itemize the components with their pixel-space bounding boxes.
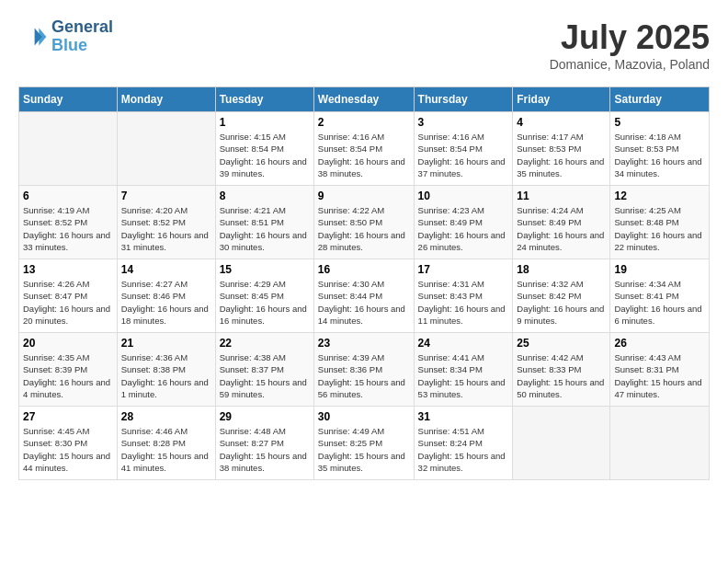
calendar-cell: 17Sunrise: 4:31 AM Sunset: 8:43 PM Dayli… xyxy=(414,259,513,333)
day-info: Sunrise: 4:25 AM Sunset: 8:48 PM Dayligh… xyxy=(614,204,705,253)
day-info: Sunrise: 4:17 AM Sunset: 8:53 PM Dayligh… xyxy=(517,131,606,179)
day-info: Sunrise: 4:42 AM Sunset: 8:33 PM Dayligh… xyxy=(517,351,606,400)
day-number: 27 xyxy=(23,410,113,423)
day-info: Sunrise: 4:29 AM Sunset: 8:45 PM Dayligh… xyxy=(220,278,310,327)
calendar-header: Sunday Monday Tuesday Wednesday Thursday… xyxy=(19,87,710,112)
day-info: Sunrise: 4:36 AM Sunset: 8:38 PM Dayligh… xyxy=(121,351,211,400)
logo-text: General Blue xyxy=(51,18,113,55)
page-header: General Blue July 2025 Domanice, Mazovia… xyxy=(18,18,710,72)
calendar-row: 13Sunrise: 4:26 AM Sunset: 8:47 PM Dayli… xyxy=(19,259,710,333)
calendar-cell xyxy=(513,407,610,480)
calendar-row: 27Sunrise: 4:45 AM Sunset: 8:30 PM Dayli… xyxy=(19,407,710,480)
col-saturday: Saturday xyxy=(610,87,710,112)
day-number: 18 xyxy=(517,263,606,276)
title-block: July 2025 Domanice, Mazovia, Poland xyxy=(550,18,710,72)
day-number: 25 xyxy=(517,337,606,350)
day-info: Sunrise: 4:35 AM Sunset: 8:39 PM Dayligh… xyxy=(23,351,113,400)
month-title: July 2025 xyxy=(550,18,710,57)
day-number: 13 xyxy=(23,263,113,276)
calendar-cell: 29Sunrise: 4:48 AM Sunset: 8:27 PM Dayli… xyxy=(215,407,313,480)
calendar-cell: 8Sunrise: 4:21 AM Sunset: 8:51 PM Daylig… xyxy=(215,186,313,259)
day-info: Sunrise: 4:22 AM Sunset: 8:50 PM Dayligh… xyxy=(318,204,410,253)
logo: General Blue xyxy=(18,18,113,55)
day-number: 8 xyxy=(220,190,310,202)
day-info: Sunrise: 4:51 AM Sunset: 8:24 PM Dayligh… xyxy=(418,425,509,474)
logo-line1: General xyxy=(51,18,113,37)
calendar-cell: 1Sunrise: 4:15 AM Sunset: 8:54 PM Daylig… xyxy=(215,112,313,186)
calendar-cell: 12Sunrise: 4:25 AM Sunset: 8:48 PM Dayli… xyxy=(610,186,710,259)
day-number: 5 xyxy=(614,116,705,129)
day-info: Sunrise: 4:45 AM Sunset: 8:30 PM Dayligh… xyxy=(23,425,113,474)
day-number: 21 xyxy=(121,337,211,350)
day-number: 3 xyxy=(418,116,509,129)
calendar-cell: 30Sunrise: 4:49 AM Sunset: 8:25 PM Dayli… xyxy=(313,407,414,480)
calendar-cell: 24Sunrise: 4:41 AM Sunset: 8:34 PM Dayli… xyxy=(414,333,513,407)
calendar-cell: 25Sunrise: 4:42 AM Sunset: 8:33 PM Dayli… xyxy=(513,333,610,407)
day-info: Sunrise: 4:34 AM Sunset: 8:41 PM Dayligh… xyxy=(614,278,705,327)
day-info: Sunrise: 4:18 AM Sunset: 8:53 PM Dayligh… xyxy=(614,131,705,179)
calendar-cell: 9Sunrise: 4:22 AM Sunset: 8:50 PM Daylig… xyxy=(313,186,414,259)
day-number: 2 xyxy=(318,116,410,129)
col-wednesday: Wednesday xyxy=(313,87,414,112)
day-number: 17 xyxy=(418,263,509,276)
day-info: Sunrise: 4:16 AM Sunset: 8:54 PM Dayligh… xyxy=(418,131,509,179)
day-info: Sunrise: 4:23 AM Sunset: 8:49 PM Dayligh… xyxy=(418,204,509,253)
day-number: 20 xyxy=(23,337,113,350)
day-number: 16 xyxy=(318,263,410,276)
calendar-cell: 27Sunrise: 4:45 AM Sunset: 8:30 PM Dayli… xyxy=(19,407,118,480)
day-number: 23 xyxy=(318,337,410,350)
calendar-cell: 13Sunrise: 4:26 AM Sunset: 8:47 PM Dayli… xyxy=(19,259,118,333)
day-number: 4 xyxy=(517,116,606,129)
day-info: Sunrise: 4:19 AM Sunset: 8:52 PM Dayligh… xyxy=(23,204,113,253)
calendar-row: 1Sunrise: 4:15 AM Sunset: 8:54 PM Daylig… xyxy=(19,112,710,186)
day-info: Sunrise: 4:26 AM Sunset: 8:47 PM Dayligh… xyxy=(23,278,113,327)
day-number: 31 xyxy=(418,410,509,423)
col-monday: Monday xyxy=(117,87,215,112)
day-info: Sunrise: 4:21 AM Sunset: 8:51 PM Dayligh… xyxy=(220,204,310,253)
day-number: 11 xyxy=(517,190,606,202)
day-info: Sunrise: 4:20 AM Sunset: 8:52 PM Dayligh… xyxy=(121,204,211,253)
day-info: Sunrise: 4:16 AM Sunset: 8:54 PM Dayligh… xyxy=(318,131,410,179)
calendar-cell xyxy=(117,112,215,186)
col-sunday: Sunday xyxy=(19,87,118,112)
calendar-cell: 6Sunrise: 4:19 AM Sunset: 8:52 PM Daylig… xyxy=(19,186,118,259)
day-number: 6 xyxy=(23,190,113,202)
day-number: 26 xyxy=(614,337,705,350)
col-friday: Friday xyxy=(513,87,610,112)
day-info: Sunrise: 4:46 AM Sunset: 8:28 PM Dayligh… xyxy=(121,425,211,474)
col-tuesday: Tuesday xyxy=(215,87,313,112)
day-info: Sunrise: 4:32 AM Sunset: 8:42 PM Dayligh… xyxy=(517,278,606,327)
calendar-table: Sunday Monday Tuesday Wednesday Thursday… xyxy=(18,86,710,480)
day-number: 9 xyxy=(318,190,410,202)
day-info: Sunrise: 4:15 AM Sunset: 8:54 PM Dayligh… xyxy=(220,131,310,179)
day-number: 1 xyxy=(220,116,310,129)
day-info: Sunrise: 4:49 AM Sunset: 8:25 PM Dayligh… xyxy=(318,425,410,474)
day-info: Sunrise: 4:27 AM Sunset: 8:46 PM Dayligh… xyxy=(121,278,211,327)
calendar-cell: 3Sunrise: 4:16 AM Sunset: 8:54 PM Daylig… xyxy=(414,112,513,186)
day-number: 12 xyxy=(614,190,705,202)
calendar-cell xyxy=(19,112,118,186)
header-row: Sunday Monday Tuesday Wednesday Thursday… xyxy=(19,87,710,112)
calendar-body: 1Sunrise: 4:15 AM Sunset: 8:54 PM Daylig… xyxy=(19,112,710,480)
day-number: 7 xyxy=(121,190,211,202)
day-number: 24 xyxy=(418,337,509,350)
day-info: Sunrise: 4:24 AM Sunset: 8:49 PM Dayligh… xyxy=(517,204,606,253)
calendar-cell: 10Sunrise: 4:23 AM Sunset: 8:49 PM Dayli… xyxy=(414,186,513,259)
calendar-cell: 16Sunrise: 4:30 AM Sunset: 8:44 PM Dayli… xyxy=(313,259,414,333)
calendar-cell: 5Sunrise: 4:18 AM Sunset: 8:53 PM Daylig… xyxy=(610,112,710,186)
calendar-cell: 2Sunrise: 4:16 AM Sunset: 8:54 PM Daylig… xyxy=(313,112,414,186)
day-number: 22 xyxy=(220,337,310,350)
calendar-cell: 23Sunrise: 4:39 AM Sunset: 8:36 PM Dayli… xyxy=(313,333,414,407)
day-number: 19 xyxy=(614,263,705,276)
calendar-cell: 14Sunrise: 4:27 AM Sunset: 8:46 PM Dayli… xyxy=(117,259,215,333)
day-number: 10 xyxy=(418,190,509,202)
calendar-row: 6Sunrise: 4:19 AM Sunset: 8:52 PM Daylig… xyxy=(19,186,710,259)
calendar-cell: 15Sunrise: 4:29 AM Sunset: 8:45 PM Dayli… xyxy=(215,259,313,333)
logo-line2: Blue xyxy=(51,37,113,55)
day-number: 30 xyxy=(318,410,410,423)
calendar-cell: 21Sunrise: 4:36 AM Sunset: 8:38 PM Dayli… xyxy=(117,333,215,407)
calendar-cell xyxy=(610,407,710,480)
calendar-cell: 18Sunrise: 4:32 AM Sunset: 8:42 PM Dayli… xyxy=(513,259,610,333)
day-info: Sunrise: 4:48 AM Sunset: 8:27 PM Dayligh… xyxy=(220,425,310,474)
day-number: 14 xyxy=(121,263,211,276)
